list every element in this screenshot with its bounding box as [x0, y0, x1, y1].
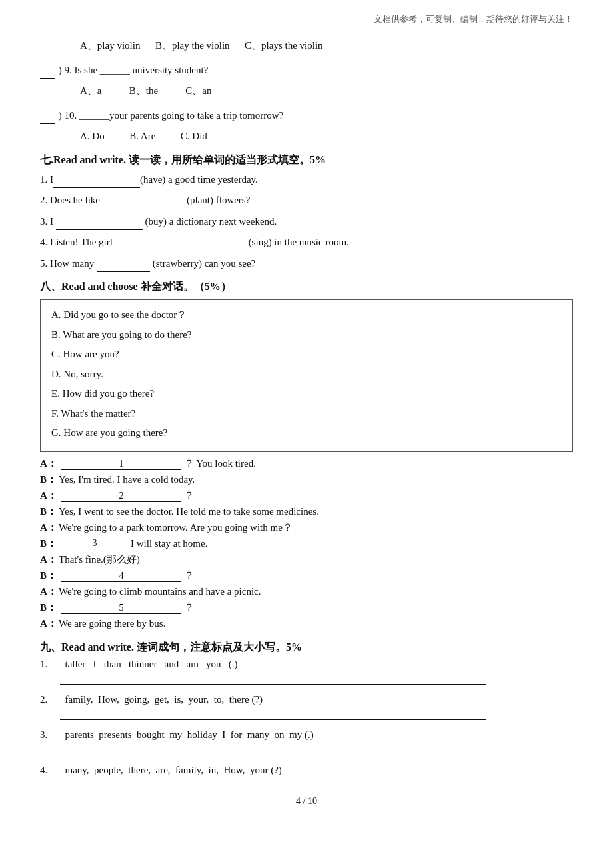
- dialog-blank-4: 4: [61, 571, 181, 582]
- box-option-e: E. How did you go there?: [51, 385, 562, 403]
- box-option-f: F. What's the matter?: [51, 405, 562, 423]
- section9-title: 九、Read and write. 连词成句，注意标点及大小写。5%: [40, 641, 573, 655]
- s9-item4: 4. many, people, there, are, family, in,…: [40, 765, 573, 776]
- q8-options: A、play violin B、play the violin C、plays …: [40, 37, 573, 55]
- page-number: 4 / 10: [296, 796, 317, 806]
- dialog-line-11: A： We are going there by bus.: [40, 617, 573, 630]
- dialog-line-5: A： We're going to a park tomorrow. Are y…: [40, 521, 573, 534]
- dialog-line-3: A： 2？: [40, 489, 573, 502]
- s7-item4: 4. Listen! The girl (sing) in the music …: [40, 234, 573, 251]
- s7-item5: 5. How many (strawberry) can you see?: [40, 255, 573, 273]
- s9-answer1: [60, 673, 486, 685]
- q8-option-c: C、plays the violin: [245, 40, 323, 51]
- dialog-line-7: A： That's fine.(那么好): [40, 553, 573, 566]
- section7: 七.Read and write. 读一读，用所给单词的适当形式填空。5% 1.…: [40, 153, 573, 273]
- dialog-line-4: B： Yes, I went to see the doctor. He tol…: [40, 505, 573, 518]
- s7-item3: 3. I (buy) a dictionary next weekend.: [40, 213, 573, 231]
- dialog-blank-2: 2: [61, 491, 181, 502]
- dialog-line-9: A： We're going to climb mountains and ha…: [40, 585, 573, 598]
- q10-option-c: C. Did: [181, 131, 207, 141]
- q9-section: ) 9. Is she ______ university student? A…: [40, 61, 573, 100]
- dialog-line-10: B： 5？: [40, 601, 573, 614]
- q10-paren: [40, 107, 55, 125]
- s7-blank5: [97, 271, 150, 272]
- s7-item2: 2. Does he like(plant) flowers?: [40, 192, 573, 209]
- q10-options: A. Do B. Are C. Did: [40, 128, 573, 145]
- s7-item1: 1. I(have) a good time yesterday.: [40, 171, 573, 189]
- dialog-line-6: B： 3I will stay at home.: [40, 537, 573, 550]
- q10-section: ) 10. ______your parents going to take a…: [40, 107, 573, 145]
- page-footer: 4 / 10: [40, 796, 573, 807]
- box-option-d: D. No, sorry.: [51, 366, 562, 383]
- section8-title: 八、Read and choose 补全对话。（5%）: [40, 280, 573, 294]
- box-option-c: C. How are you?: [51, 346, 562, 363]
- q9-option-b: B、the: [129, 85, 158, 96]
- dialog-line-8: B： 4？: [40, 569, 573, 582]
- s9-answer3: [47, 743, 553, 755]
- dialog-blank-5: 5: [61, 603, 181, 614]
- q9-stem: ) 9. Is she ______ university student?: [40, 61, 573, 79]
- q8-option-b: B、play the violin: [155, 40, 230, 51]
- dialog-line-1: A： 1？ You look tired.: [40, 457, 573, 470]
- header-note: 文档供参考，可复制、编制，期待您的好评与关注！: [40, 13, 573, 25]
- q8-section: A、play violin B、play the violin C、plays …: [40, 37, 573, 55]
- s9-item3: 3. parents presents bought my holiday I …: [40, 729, 573, 741]
- section7-title: 七.Read and write. 读一读，用所给单词的适当形式填空。5%: [40, 153, 573, 167]
- q9-option-a: A、a: [80, 85, 102, 96]
- q9-option-c: C、an: [185, 85, 211, 96]
- s9-item1: 1. taller I than thinner and am you (.): [40, 659, 573, 670]
- s7-blank1: [53, 187, 140, 188]
- section8: 八、Read and choose 补全对话。（5%） A. Did you g…: [40, 280, 573, 630]
- s9-item2: 2. family, How, going, get, is, your, to…: [40, 694, 573, 705]
- q10-stem: ) 10. ______your parents going to take a…: [40, 107, 573, 125]
- q9-options: A、a B、the C、an: [40, 83, 573, 100]
- q10-option-a: A. Do: [80, 131, 105, 141]
- s7-blank3: [56, 229, 143, 230]
- section8-box: A. Did you go to see the doctor？ B. What…: [40, 299, 573, 452]
- q10-option-b: B. Are: [129, 131, 155, 141]
- section9: 九、Read and write. 连词成句，注意标点及大小写。5% 1. ta…: [40, 641, 573, 776]
- s7-blank4: [115, 251, 249, 251]
- box-option-g: G. How are you going there?: [51, 425, 562, 442]
- dialog-blank-1: 1: [61, 459, 181, 470]
- box-option-b: B. What are you going to do there?: [51, 327, 562, 344]
- dialog-blank-3: 3: [61, 538, 128, 549]
- q8-option-a: A、play violin: [80, 40, 140, 51]
- dialog-line-2: B： Yes, I'm tired. I have a cold today.: [40, 473, 573, 486]
- box-option-a: A. Did you go to see the doctor？: [51, 307, 562, 324]
- q9-paren: [40, 61, 55, 79]
- s7-blank2: [100, 209, 187, 209]
- s9-answer2: [60, 708, 486, 720]
